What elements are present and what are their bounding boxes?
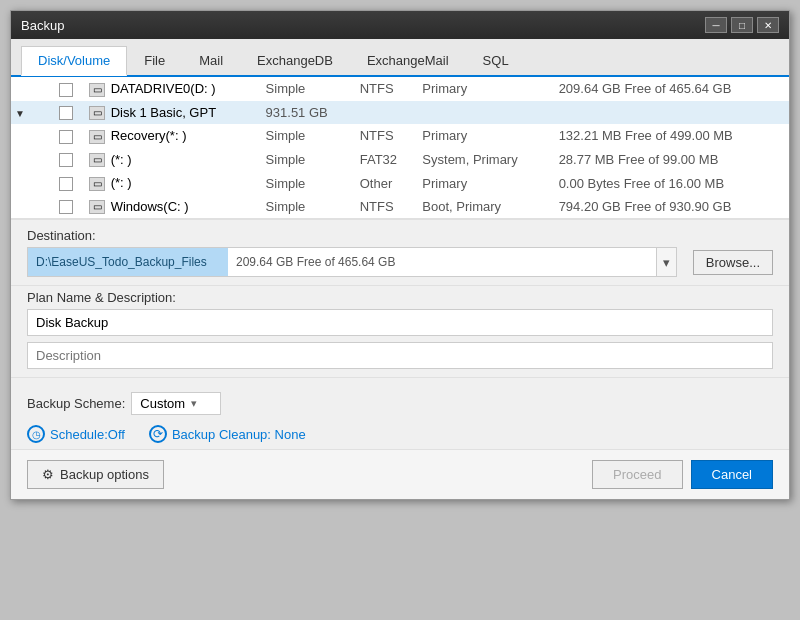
expand-arrow [31, 84, 43, 95]
tab-bar: Disk/Volume File Mail ExchangeDB Exchang… [11, 39, 789, 77]
scheme-dropdown[interactable]: Custom ▾ [131, 392, 221, 415]
disk-icon-part2: ▭ [89, 177, 105, 191]
table-row: ▼ ▭ Disk 1 Basic, GPT 931.51 GB [11, 101, 789, 125]
table-row: ▭ Recovery(*: ) Simple NTFS Primary 132.… [11, 124, 789, 148]
cancel-button[interactable]: Cancel [691, 460, 773, 489]
schedule-icon: ◷ [27, 425, 45, 443]
browse-button[interactable]: Browse... [693, 250, 773, 275]
bottom-left: ⚙ Backup options [27, 460, 164, 489]
disk-name-disk1: Disk 1 Basic, GPT [111, 105, 216, 120]
tab-mail[interactable]: Mail [182, 46, 240, 76]
window-title: Backup [21, 18, 64, 33]
checkbox-disk1[interactable] [59, 106, 73, 120]
destination-dropdown[interactable]: ▾ [656, 248, 676, 276]
tab-disk-volume[interactable]: Disk/Volume [21, 46, 127, 76]
destination-label: Destination: [27, 228, 773, 243]
plan-description-input[interactable] [27, 342, 773, 369]
disk-name-datadrive: DATADRIVE0(D: ) [111, 81, 216, 96]
schedule-row: ◷ Schedule:Off ⟳ Backup Cleanup: None [11, 419, 789, 449]
maximize-button[interactable]: □ [731, 17, 753, 33]
schedule-item[interactable]: ◷ Schedule:Off [27, 425, 125, 443]
disk-icon-recovery: ▭ [89, 130, 105, 144]
scheme-label: Backup Scheme: [27, 396, 125, 411]
bottom-right: Proceed Cancel [592, 460, 773, 489]
title-bar: Backup ─ □ ✕ [11, 11, 789, 39]
checkbox-datadrive[interactable] [59, 83, 73, 97]
checkbox-part1[interactable] [59, 153, 73, 167]
disk-name-recovery: Recovery(*: ) [111, 128, 187, 143]
disk-name-windows: Windows(C: ) [111, 199, 189, 214]
destination-free: 209.64 GB Free of 465.64 GB [228, 255, 656, 269]
title-bar-controls: ─ □ ✕ [705, 17, 779, 33]
checkbox-recovery[interactable] [59, 130, 73, 144]
backup-options-button[interactable]: ⚙ Backup options [27, 460, 164, 489]
plan-name-input[interactable] [27, 309, 773, 336]
disk-name-part1: (*: ) [111, 152, 132, 167]
backup-window: Backup ─ □ ✕ Disk/Volume File Mail Excha… [10, 10, 790, 500]
cleanup-label: Backup Cleanup: None [172, 427, 306, 442]
disk-table: ▭ DATADRIVE0(D: ) Simple NTFS Primary 20… [11, 77, 789, 218]
disk-icon-windows: ▭ [89, 200, 105, 214]
schedule-label: Schedule:Off [50, 427, 125, 442]
disk-icon-disk1: ▭ [89, 106, 105, 120]
gear-icon: ⚙ [42, 467, 54, 482]
proceed-button[interactable]: Proceed [592, 460, 682, 489]
checkbox-windows[interactable] [59, 200, 73, 214]
table-row: ▭ Windows(C: ) Simple NTFS Boot, Primary… [11, 195, 789, 219]
disk-icon-datadrive: ▭ [89, 83, 105, 97]
plan-section: Plan Name & Description: [11, 285, 789, 377]
cleanup-item[interactable]: ⟳ Backup Cleanup: None [149, 425, 306, 443]
scheme-section: Backup Scheme: Custom ▾ [11, 377, 789, 419]
close-button[interactable]: ✕ [757, 17, 779, 33]
cleanup-icon: ⟳ [149, 425, 167, 443]
table-row: ▭ DATADRIVE0(D: ) Simple NTFS Primary 20… [11, 77, 789, 101]
tab-exchangemail[interactable]: ExchangeMail [350, 46, 466, 76]
table-row: ▭ (*: ) Simple Other Primary 0.00 Bytes … [11, 171, 789, 195]
disk-name-part2: (*: ) [111, 175, 132, 190]
plan-label: Plan Name & Description: [27, 290, 773, 305]
disk-tree-area: ▭ DATADRIVE0(D: ) Simple NTFS Primary 20… [11, 77, 789, 219]
scheme-value: Custom [140, 396, 185, 411]
expand-arrow-disk1[interactable]: ▼ [15, 108, 27, 119]
scheme-dropdown-arrow: ▾ [191, 397, 197, 410]
destination-section: Destination: D:\EaseUS_Todo_Backup_Files… [11, 219, 789, 285]
disk-icon-part1: ▭ [89, 153, 105, 167]
tab-file[interactable]: File [127, 46, 182, 76]
minimize-button[interactable]: ─ [705, 17, 727, 33]
destination-path: D:\EaseUS_Todo_Backup_Files [28, 248, 228, 276]
destination-bar[interactable]: D:\EaseUS_Todo_Backup_Files 209.64 GB Fr… [27, 247, 677, 277]
tab-exchangedb[interactable]: ExchangeDB [240, 46, 350, 76]
bottom-bar: ⚙ Backup options Proceed Cancel [11, 449, 789, 499]
tab-sql[interactable]: SQL [466, 46, 526, 76]
backup-options-label: Backup options [60, 467, 149, 482]
table-row: ▭ (*: ) Simple FAT32 System, Primary 28.… [11, 148, 789, 172]
checkbox-part2[interactable] [59, 177, 73, 191]
